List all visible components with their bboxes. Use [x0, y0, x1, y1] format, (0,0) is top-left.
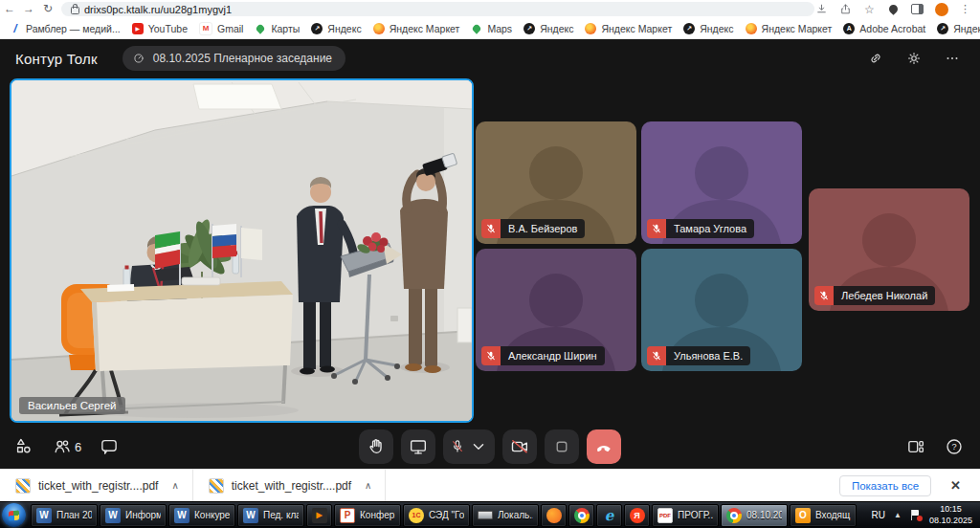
- taskbar-app-icon: [243, 508, 258, 523]
- more-menu-button[interactable]: [940, 46, 965, 71]
- bookmark-item[interactable]: Яндекс Маркет: [585, 23, 672, 34]
- taskbar-button[interactable]: Входящ...: [790, 504, 857, 527]
- stop-button[interactable]: [545, 429, 579, 464]
- taskbar-button[interactable]: [306, 504, 332, 527]
- taskbar-button-label: Информ...: [125, 510, 161, 520]
- camera-button[interactable]: [502, 429, 537, 464]
- bookmark-item[interactable]: YouTube: [132, 23, 188, 34]
- close-downloads-bar-icon[interactable]: ✕: [945, 477, 967, 494]
- taskbar-button[interactable]: СЭД "Го...: [403, 504, 470, 527]
- taskbar-button[interactable]: Информ...: [100, 504, 167, 527]
- participants-button[interactable]: 6: [50, 434, 83, 459]
- download-caret-icon[interactable]: ∧: [171, 480, 178, 491]
- bookmark-favicon: [523, 23, 535, 34]
- taskbar-button[interactable]: ПРОГР...: [652, 504, 719, 527]
- apps-button[interactable]: [11, 434, 36, 459]
- taskbar-button[interactable]: [624, 504, 650, 527]
- bookmark-item[interactable]: Яндекс: [683, 23, 733, 34]
- taskbar-button[interactable]: 08.10.20...: [721, 504, 788, 527]
- pinned-extension-icon[interactable]: [886, 2, 901, 16]
- bookmark-item[interactable]: Gmail: [199, 22, 243, 35]
- bookmark-label: Maps: [487, 23, 512, 34]
- clock[interactable]: 10:15 08.10.2025: [929, 504, 972, 526]
- bookmark-item[interactable]: Яндекс: [523, 23, 573, 34]
- app-header: Контур Толк 08.10.2025 Пленарное заседан…: [0, 39, 980, 77]
- browser-menu-icon[interactable]: ⋮: [958, 2, 972, 16]
- share-icon[interactable]: [838, 2, 853, 16]
- language-indicator[interactable]: RU: [872, 510, 885, 520]
- bookmark-favicon: [843, 23, 855, 34]
- participant-tile[interactable]: В.А. Бейзеров: [476, 121, 636, 244]
- mic-muted-icon: [647, 219, 666, 238]
- shapes-icon: [13, 436, 34, 457]
- bookmark-favicon: [373, 23, 385, 34]
- download-caret-icon[interactable]: ∧: [365, 480, 371, 491]
- bookmark-item[interactable]: Яндекс Маркет: [746, 23, 833, 34]
- participant-tile[interactable]: Лебедев Николай: [809, 188, 969, 311]
- show-all-downloads-button[interactable]: Показать все: [839, 475, 931, 496]
- bookmark-item[interactable]: Яндекс: [937, 23, 980, 34]
- mic-muted-icon: [449, 436, 466, 457]
- bookmark-item[interactable]: Рамблер — медий...: [10, 23, 121, 34]
- bookmark-label: Яндекс: [953, 23, 980, 34]
- meeting-pill-label: 08.10.2025 Пленарное заседание: [153, 52, 332, 65]
- participant-name-chip: Тамара Углова: [647, 219, 754, 238]
- profile-avatar[interactable]: [934, 2, 948, 16]
- taskbar-app-icon: [36, 508, 52, 523]
- svg-text:?: ?: [951, 442, 956, 451]
- bookmark-item[interactable]: Maps: [471, 23, 512, 34]
- participant-tile[interactable]: Александр Ширин: [476, 249, 636, 371]
- taskbar-button-label: План 20...: [56, 510, 92, 520]
- taskbar-button[interactable]: [541, 504, 567, 527]
- downloads-icon[interactable]: [814, 2, 829, 16]
- download-item[interactable]: ticket_with_registr....pdf ∧: [0, 470, 193, 501]
- taskbar-button[interactable]: План 20...: [31, 504, 98, 527]
- taskbar-button[interactable]: [568, 504, 594, 527]
- tray-date: 08.10.2025: [929, 516, 972, 525]
- url-field[interactable]: drixs0pc.ktalk.ru/uu28g1mygvj1: [61, 2, 814, 16]
- bookmark-item[interactable]: Яндекс Маркет: [373, 23, 460, 34]
- participant-name: Тамара Углова: [666, 219, 754, 238]
- taskbar-button[interactable]: [596, 504, 622, 527]
- tray-time: 10:15: [940, 504, 962, 514]
- taskbar-button-label: Локаль...: [498, 510, 533, 520]
- bookmark-favicon: [585, 23, 596, 34]
- mic-devices-chevron-icon[interactable]: [468, 436, 489, 457]
- main-video-tile[interactable]: Васильев Сергей: [10, 78, 474, 423]
- participant-grid: В.А. Бейзеров: [476, 121, 802, 371]
- side-panel-icon[interactable]: [910, 2, 924, 16]
- taskbar-button[interactable]: Конкуре...: [168, 504, 235, 527]
- taskbar-button[interactable]: Пед. кла...: [237, 504, 304, 527]
- meeting-room-video-scene: [11, 80, 472, 421]
- hidden-icons-chevron-icon[interactable]: ▲: [894, 511, 902, 519]
- copy-link-button[interactable]: [863, 46, 888, 71]
- help-button[interactable]: ?: [942, 434, 967, 459]
- action-center-flag-icon[interactable]: [910, 510, 921, 521]
- participant-tile[interactable]: Ульянова Е.В.: [641, 249, 802, 371]
- layout-button[interactable]: [903, 434, 928, 459]
- bookmark-item[interactable]: Adobe Acrobat: [843, 23, 925, 34]
- download-item[interactable]: ticket_with_registr....pdf ∧: [193, 470, 387, 501]
- meeting-pill[interactable]: 08.10.2025 Пленарное заседание: [122, 46, 345, 71]
- taskbar-button[interactable]: Конфер...: [334, 504, 401, 527]
- bookmark-item[interactable]: Яндекс: [311, 23, 361, 34]
- ellipsis-icon: [944, 50, 961, 67]
- raise-hand-button[interactable]: [359, 429, 393, 464]
- microphone-button[interactable]: [443, 429, 495, 464]
- bookmark-item[interactable]: Карты: [255, 23, 300, 34]
- participant-name-chip: В.А. Бейзеров: [481, 219, 585, 238]
- people-icon: [52, 436, 73, 457]
- forward-button[interactable]: →: [19, 0, 38, 18]
- taskbar-button[interactable]: Локаль...: [472, 504, 539, 527]
- gear-icon: [905, 50, 923, 67]
- bookmark-favicon: [311, 23, 323, 34]
- back-button[interactable]: ←: [0, 0, 19, 18]
- chat-button[interactable]: [97, 434, 122, 459]
- start-button[interactable]: [2, 503, 26, 527]
- participant-tile[interactable]: Тамара Углова: [641, 121, 802, 244]
- screen-share-button[interactable]: [401, 429, 435, 464]
- reload-button[interactable]: ↻: [38, 0, 57, 18]
- settings-button[interactable]: [902, 46, 926, 71]
- bookmark-star-icon[interactable]: ☆: [862, 2, 877, 16]
- hangup-button[interactable]: [587, 429, 621, 464]
